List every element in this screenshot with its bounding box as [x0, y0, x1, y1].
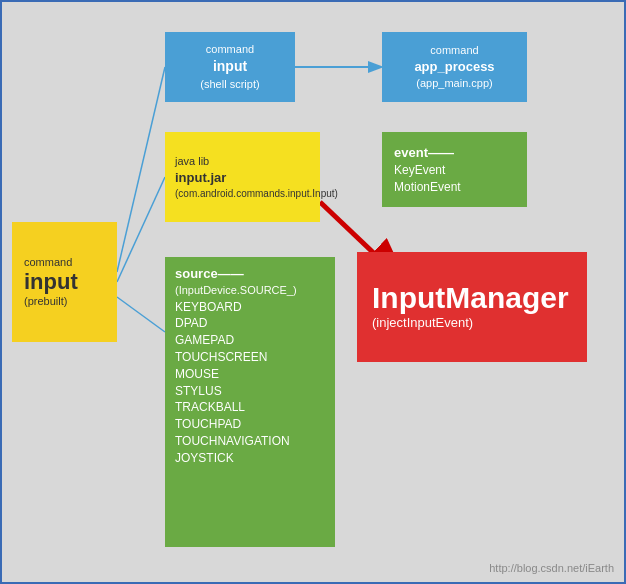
prebuilt-label-main: input	[24, 270, 78, 294]
source-item-gamepad: GAMEPAD	[175, 332, 234, 349]
command-app-process-box: command app_process (app_main.cpp)	[382, 32, 527, 102]
app-process-label-main: app_process	[414, 58, 494, 76]
event-box: event—— KeyEvent MotionEvent	[382, 132, 527, 207]
prebuilt-label-top: command	[24, 255, 72, 270]
source-box: source—— (InputDevice.SOURCE_) KEYBOARD …	[165, 257, 335, 547]
source-item-dpad: DPAD	[175, 315, 207, 332]
java-lib-input-jar-box: java lib input.jar (com.android.commands…	[165, 132, 320, 222]
inputmanager-label-main: InputManager	[372, 281, 569, 314]
source-item-trackball: TRACKBALL	[175, 399, 245, 416]
event-keyevent: KeyEvent	[394, 162, 445, 179]
input-manager-box: InputManager (injectInputEvent)	[357, 252, 587, 362]
source-item-touchpad: TOUCHPAD	[175, 416, 241, 433]
source-label-sub: (InputDevice.SOURCE_)	[175, 283, 297, 298]
command-input-prebuilt-box: command input (prebuilt)	[12, 222, 117, 342]
source-label-main: source——	[175, 265, 244, 283]
jar-label-sub: (com.android.commands.input.Input)	[175, 187, 338, 200]
app-process-label-sub: (app_main.cpp)	[416, 76, 492, 91]
event-motionevent: MotionEvent	[394, 179, 461, 196]
app-process-label-top: command	[430, 43, 478, 58]
source-item-touchscreen: TOUCHSCREEN	[175, 349, 267, 366]
source-item-stylus: STYLUS	[175, 383, 222, 400]
watermark: http://blog.csdn.net/iEarth	[489, 562, 614, 574]
source-item-touchnavigation: TOUCHNAVIGATION	[175, 433, 290, 450]
jar-label-top: java lib	[175, 154, 209, 169]
shell-label-sub: (shell script)	[200, 77, 259, 92]
command-input-shell-box: command input (shell script)	[165, 32, 295, 102]
diagram-container: command input (prebuilt) command input (…	[2, 2, 624, 582]
svg-line-3	[117, 297, 165, 332]
event-label-main: event——	[394, 144, 454, 162]
svg-line-2	[117, 177, 165, 282]
svg-line-1	[117, 67, 165, 272]
inputmanager-label-sub: (injectInputEvent)	[372, 314, 473, 332]
source-item-joystick: JOYSTICK	[175, 450, 234, 467]
source-item-mouse: MOUSE	[175, 366, 219, 383]
prebuilt-label-sub: (prebuilt)	[24, 294, 67, 309]
shell-label-main: input	[213, 57, 247, 77]
shell-label-top: command	[206, 42, 254, 57]
jar-label-main: input.jar	[175, 169, 226, 187]
source-item-keyboard: KEYBOARD	[175, 299, 242, 316]
